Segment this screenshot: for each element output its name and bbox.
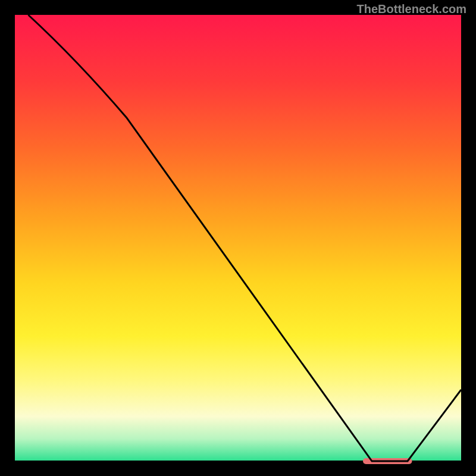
watermark-text: TheBottleneck.com (357, 2, 466, 16)
chart-container: TheBottleneck.com (0, 0, 476, 476)
chart-svg (0, 0, 476, 476)
plot-background (15, 15, 461, 461)
